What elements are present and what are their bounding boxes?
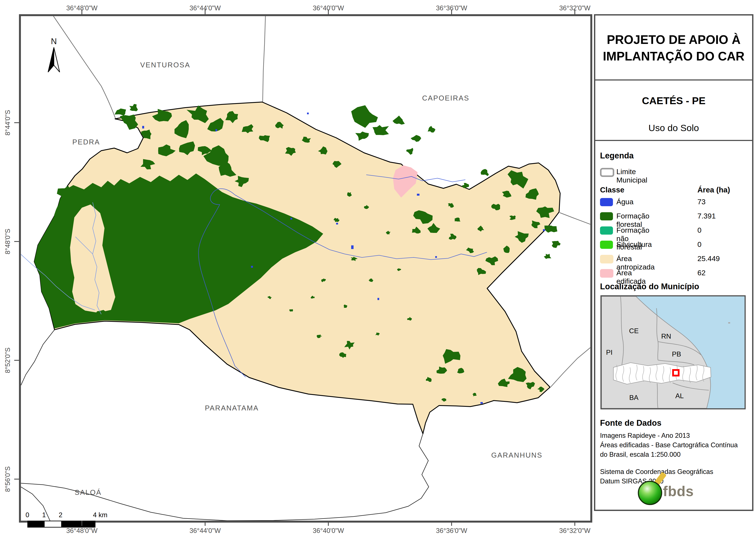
tick-mark bbox=[14, 479, 19, 479]
legend-class-area: 73 bbox=[697, 198, 706, 206]
data-source-line: Áreas edificadas - Base Cartográfica Con… bbox=[600, 440, 738, 450]
north-arrow: N bbox=[46, 37, 61, 76]
longitude-label-bottom: 36°40'0"W bbox=[313, 527, 344, 534]
tick-mark bbox=[14, 360, 19, 361]
map-canvas[interactable]: N VENTUROSACAPOEIRASPEDRAPARANATAMAGARAN… bbox=[19, 14, 592, 522]
longitude-label-bottom: 36°44'0"W bbox=[190, 527, 221, 534]
north-label: N bbox=[51, 37, 57, 46]
state-label: RN bbox=[661, 332, 671, 340]
neighbor-municipality-label: VENTUROSA bbox=[140, 61, 190, 69]
layout-panel: PROJETO DE APOIO À IMPLANTAÇÃO DO CAR CA… bbox=[594, 14, 753, 511]
panel-divider bbox=[595, 140, 752, 141]
longitude-label-bottom: 36°32'0"W bbox=[559, 527, 590, 534]
tick-mark bbox=[574, 10, 575, 14]
scale-label: 0 bbox=[25, 511, 29, 519]
scale-label: 4 km bbox=[93, 511, 107, 519]
municipal-limit-label: Limite Municipal bbox=[616, 167, 647, 184]
fbds-logo-text: fbds bbox=[663, 483, 694, 499]
legend-class-area: 7.391 bbox=[697, 212, 716, 220]
legend-class-label: Água bbox=[616, 198, 634, 206]
data-source-line: Imagens Rapideye - Ano 2013 bbox=[600, 431, 738, 440]
neighbor-municipality-label: PARANATAMA bbox=[205, 404, 259, 412]
tick-mark bbox=[451, 10, 452, 14]
data-source-line: do Brasil, escala 1:250.000 bbox=[600, 450, 738, 459]
data-source-block1: Imagens Rapideye - Ano 2013Áreas edifica… bbox=[600, 431, 738, 459]
legend-class-swatch bbox=[600, 269, 613, 278]
longitude-label-bottom: 36°48'0"W bbox=[67, 527, 97, 534]
data-source-heading: Fonte de Dados bbox=[600, 419, 662, 428]
state-label: CE bbox=[629, 327, 638, 335]
legend-class-area: 0 bbox=[697, 226, 701, 234]
legend-class-area: 25.449 bbox=[697, 254, 720, 263]
legend-class-swatch bbox=[600, 255, 613, 264]
scale-bar-graphic bbox=[27, 521, 95, 527]
legend-class-swatch bbox=[600, 198, 613, 206]
tick-mark bbox=[451, 521, 452, 526]
state-label: PI bbox=[606, 348, 612, 356]
longitude-label-bottom: 36°36'0"W bbox=[436, 527, 467, 534]
legend-class-label: Silvicultura bbox=[616, 240, 652, 249]
neighbor-municipality-label: PEDRA bbox=[72, 138, 100, 146]
legend-class-swatch bbox=[600, 212, 613, 220]
area-column-header: Área (ha) bbox=[697, 186, 730, 194]
tick-mark bbox=[205, 521, 205, 526]
latitude-label: 8°48'0"S bbox=[4, 229, 12, 254]
state-label: BA bbox=[629, 394, 638, 402]
neighbor-municipality-label: SALOÁ bbox=[74, 488, 101, 496]
tick-mark bbox=[328, 521, 329, 526]
latitude-label: 8°44'0"S bbox=[4, 110, 12, 136]
legend-class-swatch bbox=[600, 226, 613, 235]
latitude-label: 8°56'0"S bbox=[4, 467, 12, 492]
north-arrow-icon bbox=[46, 46, 61, 74]
scale-label: 1 bbox=[42, 511, 46, 519]
legend-class-swatch bbox=[600, 241, 613, 249]
legend-class-area: 62 bbox=[697, 268, 706, 277]
panel-divider bbox=[595, 79, 752, 81]
map-type-subtitle: Uso do Solo bbox=[595, 123, 752, 133]
tick-mark bbox=[328, 10, 329, 14]
municipality-locator bbox=[673, 370, 679, 376]
land-use-map bbox=[21, 16, 590, 521]
neighbor-municipality-label: GARANHUNS bbox=[491, 451, 543, 459]
classe-column-header: Classe bbox=[600, 186, 624, 194]
tick-mark bbox=[574, 521, 575, 526]
location-inset-map[interactable]: CERNPIPBBAAL bbox=[601, 295, 746, 409]
location-heading: Localização do Município bbox=[600, 282, 699, 291]
municipality-title: CAETÉS - PE bbox=[595, 95, 752, 107]
municipal-limit-swatch bbox=[600, 168, 614, 177]
state-label: AL bbox=[675, 392, 684, 400]
tick-mark bbox=[14, 122, 19, 123]
legend-heading: Legenda bbox=[600, 151, 634, 160]
scale-label: 2 bbox=[59, 511, 62, 519]
tick-mark bbox=[81, 10, 82, 14]
state-label: PB bbox=[672, 350, 681, 358]
tick-mark bbox=[14, 241, 19, 242]
project-title-line2: IMPLANTAÇÃO DO CAR bbox=[595, 48, 752, 64]
latitude-label: 8°52'0"S bbox=[4, 347, 12, 373]
tick-mark bbox=[205, 10, 205, 14]
neighbor-municipality-label: CAPOEIRAS bbox=[422, 94, 470, 102]
fbds-logo: fbds bbox=[637, 472, 711, 506]
legend-class-area: 0 bbox=[697, 240, 701, 249]
tick-mark bbox=[81, 521, 82, 526]
project-title-line1: PROJETO DE APOIO À bbox=[595, 32, 752, 48]
map-document: N VENTUROSACAPOEIRASPEDRAPARANATAMAGARAN… bbox=[0, 0, 756, 534]
